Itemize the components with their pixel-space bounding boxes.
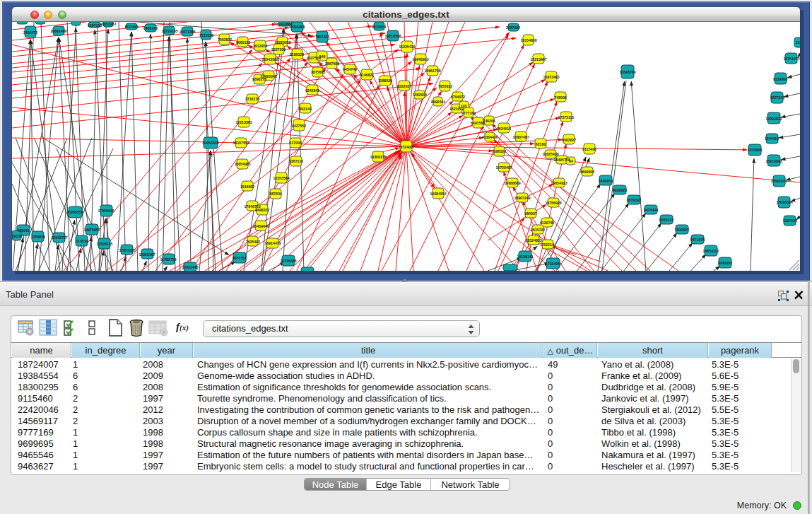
svg-text:19300275: 19300275: [370, 155, 386, 159]
svg-text:9227343: 9227343: [770, 95, 784, 100]
svg-text:9245052: 9245052: [718, 261, 732, 265]
svg-text:145: 145: [461, 104, 467, 108]
svg-text:62160: 62160: [536, 142, 546, 146]
svg-text:3267110: 3267110: [289, 159, 303, 163]
svg-text:10654985: 10654985: [234, 162, 250, 166]
svg-text:435061: 435061: [17, 228, 29, 233]
svg-text:7625402: 7625402: [246, 240, 260, 244]
svg-text:19218506: 19218506: [384, 34, 401, 38]
svg-text:803144: 803144: [299, 107, 311, 111]
svg-text:16782759: 16782759: [160, 257, 176, 262]
svg-text:15720407: 15720407: [495, 165, 512, 170]
svg-text:13524851: 13524851: [525, 238, 541, 243]
svg-text:417006: 417006: [289, 141, 301, 145]
svg-text:1615132: 1615132: [531, 228, 545, 232]
svg-text:12213967: 12213967: [530, 57, 546, 62]
svg-text:04: 04: [569, 159, 573, 163]
svg-text:7515526: 7515526: [199, 33, 213, 37]
svg-text:6879197: 6879197: [627, 198, 641, 202]
svg-text:12093832: 12093832: [765, 117, 782, 121]
svg-text:12923448: 12923448: [182, 265, 198, 269]
svg-text:16210643: 16210643: [765, 159, 782, 163]
svg-text:10719185: 10719185: [161, 29, 177, 33]
svg-text:2405572: 2405572: [23, 30, 37, 35]
svg-text:1244415: 1244415: [765, 136, 779, 141]
svg-text:12213363: 12213363: [235, 120, 252, 124]
svg-text:7663822: 7663822: [218, 37, 232, 42]
svg-text:15692971: 15692971: [770, 179, 787, 183]
svg-text:9146821: 9146821: [360, 73, 374, 77]
svg-text:20891406: 20891406: [50, 29, 66, 33]
svg-text:19654923: 19654923: [551, 181, 567, 185]
svg-text:10025438: 10025438: [542, 152, 558, 156]
svg-text:20206556: 20206556: [66, 210, 83, 214]
svg-text:10671385: 10671385: [179, 30, 195, 34]
svg-text:10653267: 10653267: [100, 22, 116, 26]
svg-text:18107553: 18107553: [233, 141, 249, 145]
svg-text:3215958: 3215958: [748, 148, 762, 152]
svg-text:7955812: 7955812: [438, 84, 452, 88]
svg-text:7857224: 7857224: [315, 35, 329, 39]
svg-text:2935114: 2935114: [659, 218, 673, 222]
svg-text:10958167: 10958167: [139, 252, 155, 257]
svg-text:8660123: 8660123: [236, 40, 250, 45]
svg-text:6466160: 6466160: [143, 26, 158, 30]
svg-text:3912954: 3912954: [253, 44, 267, 48]
svg-text:12505115: 12505115: [97, 242, 113, 246]
svg-text:8938923: 8938923: [613, 188, 627, 192]
svg-text:20053346: 20053346: [202, 141, 218, 145]
svg-text:10807487: 10807487: [512, 135, 529, 139]
svg-text:17359918: 17359918: [98, 209, 114, 213]
svg-text:984007: 984007: [524, 211, 536, 216]
svg-text:17957255: 17957255: [119, 248, 135, 252]
svg-text:12942757: 12942757: [51, 235, 67, 240]
svg-text:8990444: 8990444: [431, 100, 445, 104]
svg-text:16961758: 16961758: [424, 69, 440, 73]
svg-text:18724007: 18724007: [398, 145, 414, 149]
svg-text:9657791: 9657791: [233, 256, 247, 260]
svg-text:10973493: 10973493: [543, 75, 559, 79]
svg-text:1733426: 1733426: [546, 262, 560, 266]
svg-text:15409949: 15409949: [252, 224, 269, 228]
svg-text:16640910: 16640910: [412, 57, 428, 62]
svg-text:8813054: 8813054: [372, 25, 386, 29]
svg-text:15751074: 15751074: [783, 57, 799, 61]
svg-text:16154808: 16154808: [520, 38, 536, 42]
svg-text:20364436: 20364436: [481, 135, 498, 139]
svg-text:9327500: 9327500: [271, 47, 286, 52]
svg-text:6120746: 6120746: [540, 221, 554, 225]
svg-text:114519: 114519: [76, 239, 88, 243]
svg-text:1362615: 1362615: [413, 93, 427, 97]
svg-text:546: 546: [319, 54, 326, 59]
svg-text:18495758: 18495758: [553, 158, 570, 162]
svg-text:1156829: 1156829: [31, 235, 45, 239]
svg-text:23226058: 23226058: [274, 40, 290, 45]
svg-text:10688609: 10688609: [504, 181, 520, 185]
svg-text:1167534: 1167534: [783, 218, 797, 223]
svg-text:9129966: 9129966: [773, 77, 787, 81]
svg-text:9115460: 9115460: [582, 147, 596, 151]
svg-text:9427552: 9427552: [292, 124, 306, 128]
svg-text:17016504: 17016504: [776, 200, 792, 204]
svg-text:9242845: 9242845: [305, 88, 319, 93]
svg-text:7632621: 7632621: [675, 228, 689, 232]
svg-text:10543382: 10543382: [261, 57, 278, 62]
svg-text:2718176: 2718176: [245, 97, 259, 101]
svg-text:12353584: 12353584: [273, 176, 289, 180]
svg-text:3875685: 3875685: [311, 70, 325, 74]
svg-text:748506: 748506: [554, 95, 566, 100]
svg-text:16914479: 16914479: [264, 241, 281, 245]
svg-text:3624514: 3624514: [497, 127, 511, 131]
svg-text:9390275: 9390275: [252, 77, 266, 81]
svg-text:39159: 39159: [12, 234, 22, 238]
svg-text:2867608: 2867608: [325, 62, 339, 66]
svg-text:17375115: 17375115: [558, 115, 575, 119]
svg-text:19975867: 19975867: [83, 228, 100, 232]
svg-text:252214: 252214: [541, 243, 553, 247]
svg-text:19384554: 19384554: [430, 192, 446, 196]
svg-text:15716485: 15716485: [280, 259, 296, 263]
svg-text:7386322: 7386322: [492, 149, 506, 153]
svg-text:9699695: 9699695: [580, 170, 594, 174]
svg-text:746206: 746206: [483, 119, 495, 123]
svg-text:16648784: 16648784: [619, 70, 635, 74]
